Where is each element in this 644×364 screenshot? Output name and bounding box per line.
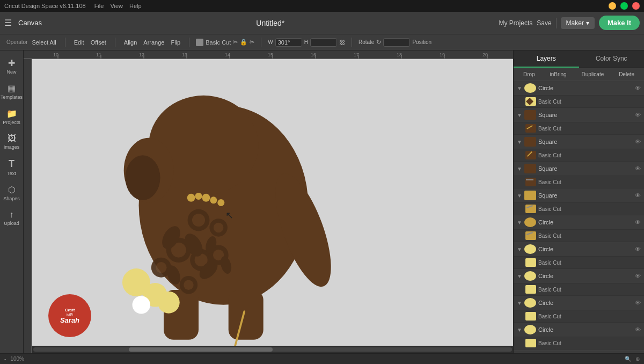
toolbar-width-input[interactable] [275,38,302,47]
tab-color-sync[interactable]: Color Sync [579,50,645,68]
layer-arrow-9: ▼ [517,300,522,306]
layer-item-circle-3[interactable]: ▼ Circle 👁 [514,242,644,257]
layer-icon-circle-4 [524,271,536,281]
layer-item-circle-1[interactable]: ▼ Circle 👁 [514,81,644,96]
layer-item-square-3[interactable]: ▼ Square 👁 [514,162,644,176]
ruler-horizontal: 10 11 12 13 14 15 16 17 18 19 20 [24,50,513,59]
toolbar-align[interactable]: Align [122,38,139,47]
my-projects-button[interactable]: My Projects [499,19,533,27]
svg-rect-29 [229,290,264,340]
layer-sub-circle-6[interactable]: Basic Cut [514,337,644,350]
save-button[interactable]: Save [537,19,551,27]
layer-item-circle-5[interactable]: ▼ Circle 👁 [514,296,644,310]
layer-arrow-5: ▼ [517,193,522,199]
sidebar-item-projects[interactable]: 📁 Projects [2,105,22,128]
layer-visibility-1[interactable]: 👁 [635,85,641,91]
toolbar-basic-cut-label: Basic Cut [206,39,231,46]
panel-duplicate-btn[interactable]: Duplicate [580,70,606,78]
left-sidebar: ✚ New ▦ Templates 📁 Projects 🖼 Images T … [0,50,24,364]
layer-visibility-2[interactable]: 👁 [635,112,641,118]
layer-visibility-3[interactable]: 👁 [635,139,641,145]
sidebar-item-shapes[interactable]: ⬡ Shapes [2,181,22,205]
minimize-button[interactable] [609,2,616,10]
maker-button[interactable]: Maker ▾ [561,17,595,29]
layer-item-circle-2[interactable]: ▼ Circle 👁 [514,215,644,230]
toolbar-rotate-group: Rotate ↻ Position [356,38,434,47]
layer-item-circle-4[interactable]: ▼ Circle 👁 [514,269,644,283]
sidebar-item-upload[interactable]: ↑ Upload [2,207,22,229]
toolbar-edit[interactable]: Edit [72,38,86,47]
layer-sub-square-3[interactable]: Basic Cut [514,176,644,188]
layer-sub-square-4[interactable]: Basic Cut [514,203,644,215]
toolbar-sep-2 [115,38,115,47]
new-icon: ✚ [8,58,15,68]
panel-inbring-btn[interactable]: inBring [548,70,569,78]
layer-visibility-10[interactable]: 👁 [635,326,641,333]
layer-sub-circle-1[interactable]: Basic Cut [514,96,644,108]
toolbar-operator-group: Operator Select All [4,38,61,47]
upload-icon: ↑ [10,210,14,220]
svg-point-59 [202,194,210,202]
layer-icon-circle-2 [524,217,536,227]
panel-drop-btn[interactable]: Drop [521,70,537,78]
layer-visibility-8[interactable]: 👁 [635,273,641,279]
sidebar-item-new[interactable]: ✚ New [2,55,22,78]
layer-visibility-6[interactable]: 👁 [635,219,641,225]
toolbar-sep-3 [189,38,189,47]
layer-sub-icon-9 [525,312,536,321]
images-icon: 🖼 [8,134,16,143]
make-it-button[interactable]: Make It [599,16,640,30]
maximize-button[interactable] [620,2,628,10]
templates-icon: ▦ [8,83,16,93]
canvas-area[interactable]: ↖ Craft with Sarah [32,59,513,353]
zoom-circle-icon[interactable]: ⊕ [635,356,640,362]
layer-sub-label-2: Basic Cut [538,126,561,132]
layer-sub-circle-2[interactable]: Basic Cut [514,230,644,242]
sidebar-item-text[interactable]: T Text [2,155,22,179]
toolbar-select-all[interactable]: Select All [30,38,58,47]
layer-sub-circle-3[interactable]: Basic Cut [514,257,644,269]
sidebar-item-images[interactable]: 🖼 Images [2,130,22,153]
layer-visibility-4[interactable]: 👁 [635,165,641,172]
layer-sub-square-1[interactable]: Basic Cut [514,122,644,135]
toolbar-height-input[interactable] [310,38,337,47]
layer-sub-icon-10 [525,339,536,347]
layer-sub-square-2[interactable]: Basic Cut [514,149,644,162]
menu-help[interactable]: Help [129,3,142,9]
close-button[interactable] [632,2,640,10]
toolbar-lock-icon: 🔒 [240,39,247,46]
panel-delete-btn[interactable]: Delete [617,70,636,78]
canvas-label: Canvas [18,19,42,27]
scroll-track-horizontal [33,347,512,352]
layer-visibility-7[interactable]: 👁 [635,246,641,252]
hamburger-menu[interactable]: ☰ [4,18,12,28]
sidebar-item-new-label: New [6,69,16,75]
menu-file[interactable]: File [94,3,104,9]
layer-icon-square-3 [524,164,536,173]
zoom-icon[interactable]: 🔍 [625,356,631,362]
layer-sub-label-9: Basic Cut [538,314,561,319]
sidebar-item-templates[interactable]: ▦ Templates [2,80,22,103]
toolbar-edit-group: Edit Offset [70,38,111,47]
layer-visibility-5[interactable]: 👁 [635,192,641,199]
sidebar-item-shapes-label: Shapes [3,196,20,201]
toolbar-flip[interactable]: Flip [169,38,182,47]
toolbar-arrange[interactable]: Arrange [141,38,166,47]
layer-sub-circle-5[interactable]: Basic Cut [514,310,644,323]
layer-item-square-4[interactable]: ▼ Square 👁 [514,188,644,203]
layer-sub-circle-4[interactable]: Basic Cut [514,283,644,296]
scroll-thumb-horizontal[interactable] [129,347,273,352]
layer-item-circle-6[interactable]: ▼ Circle 👁 [514,323,644,337]
sidebar-item-text-label: Text [7,171,16,176]
layer-item-square-2[interactable]: ▼ Square 👁 [514,135,644,149]
layer-visibility-9[interactable]: 👁 [635,300,641,306]
menu-view[interactable]: View [110,3,123,9]
tab-layers[interactable]: Layers [514,50,579,68]
horizontal-scrollbar[interactable] [32,346,513,353]
toolbar-rotate-input[interactable] [383,38,410,47]
toolbar-offset[interactable]: Offset [89,38,108,47]
toolbar-cut-group: Basic Cut ✂ 🔒 ✂ [194,39,257,46]
layer-item-square-1[interactable]: ▼ Square 👁 [514,108,644,122]
svg-point-61 [217,199,224,206]
layer-sub-icon-5 [525,205,536,213]
